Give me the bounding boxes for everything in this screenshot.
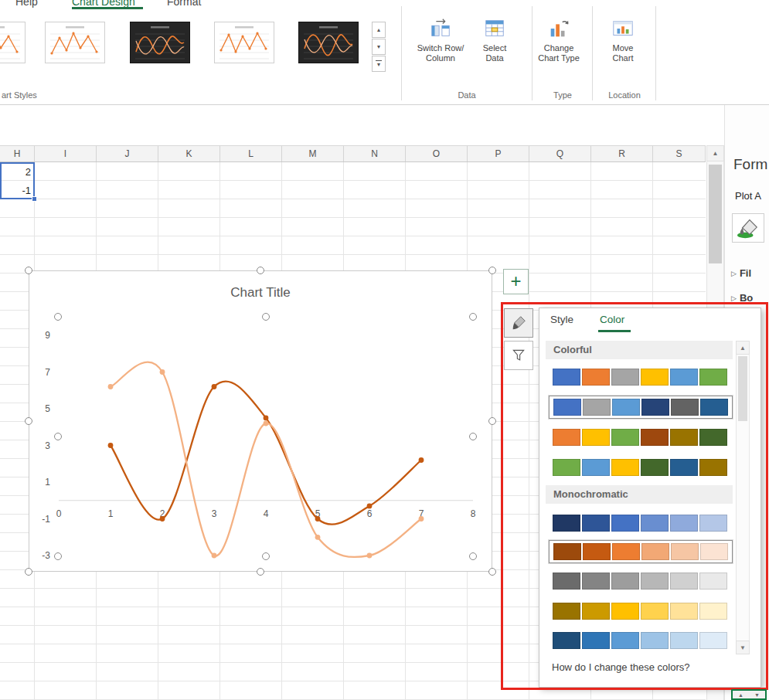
selection-handle[interactable] bbox=[469, 552, 477, 560]
color-swatch[interactable] bbox=[553, 573, 580, 590]
color-swatch[interactable] bbox=[670, 632, 698, 649]
palette-colorful-2[interactable] bbox=[549, 396, 733, 419]
color-swatch[interactable] bbox=[611, 369, 639, 386]
palette-colorful-1[interactable] bbox=[549, 365, 733, 389]
color-swatch[interactable] bbox=[582, 459, 610, 476]
chart-elements-button[interactable]: + bbox=[503, 269, 529, 294]
cell-h2-value[interactable]: -1 bbox=[0, 182, 31, 199]
color-swatch[interactable] bbox=[641, 429, 669, 446]
palette-mono-1[interactable] bbox=[549, 511, 733, 535]
color-swatch[interactable] bbox=[699, 459, 727, 476]
data-point[interactable] bbox=[264, 416, 269, 421]
gallery-scroll-up-button[interactable]: ▴ bbox=[372, 22, 386, 38]
color-swatch[interactable] bbox=[582, 429, 610, 446]
scrollbar-thumb[interactable] bbox=[709, 165, 722, 263]
data-point[interactable] bbox=[160, 516, 165, 522]
column-header-P[interactable]: P bbox=[468, 146, 529, 161]
selection-handle[interactable] bbox=[469, 433, 477, 440]
gallery-more-button[interactable]: ▾ bbox=[372, 56, 386, 72]
color-swatch[interactable] bbox=[611, 632, 639, 649]
selection-handle[interactable] bbox=[54, 313, 62, 321]
column-header-Q[interactable]: Q bbox=[529, 146, 591, 161]
color-swatch[interactable] bbox=[641, 459, 669, 476]
color-swatch[interactable] bbox=[582, 369, 610, 386]
data-point[interactable] bbox=[419, 457, 424, 463]
data-point[interactable] bbox=[367, 553, 373, 559]
color-swatch[interactable] bbox=[670, 459, 698, 476]
pane-scroll-mini-control[interactable]: ▲ ▼ bbox=[731, 689, 767, 700]
color-swatch[interactable] bbox=[699, 369, 727, 386]
tab-help[interactable]: Help bbox=[15, 0, 38, 8]
selection-handle[interactable] bbox=[257, 267, 264, 274]
column-header-I[interactable]: I bbox=[35, 146, 97, 161]
color-swatch[interactable] bbox=[670, 369, 698, 386]
cell-h1-value[interactable]: 2 bbox=[0, 164, 31, 181]
column-header-N[interactable]: N bbox=[344, 146, 406, 161]
selection-handle[interactable] bbox=[25, 267, 32, 274]
color-swatch[interactable] bbox=[611, 459, 639, 476]
color-swatch[interactable] bbox=[700, 543, 728, 560]
selection-handle[interactable] bbox=[54, 552, 62, 560]
palette-mono-2[interactable] bbox=[549, 540, 733, 563]
chart-filters-button[interactable] bbox=[504, 341, 533, 370]
palette-mono-3[interactable] bbox=[549, 569, 733, 593]
data-point[interactable] bbox=[367, 504, 373, 509]
color-swatch[interactable] bbox=[671, 399, 699, 416]
color-swatch[interactable] bbox=[582, 632, 610, 649]
column-header-O[interactable]: O bbox=[406, 146, 468, 161]
scrollbar-up-button[interactable]: ▲ bbox=[706, 145, 724, 161]
column-header-S[interactable]: S bbox=[653, 146, 706, 161]
switch-row-column-button[interactable]: Switch Row/ Column bbox=[413, 17, 468, 63]
color-swatch[interactable] bbox=[699, 573, 727, 590]
color-swatch[interactable] bbox=[612, 543, 640, 560]
tab-format[interactable]: Format bbox=[167, 0, 201, 8]
flyout-tab-style[interactable]: Style bbox=[550, 314, 573, 325]
column-header-K[interactable]: K bbox=[158, 146, 220, 161]
chart-style-thumbnail[interactable] bbox=[45, 22, 105, 63]
data-point[interactable] bbox=[160, 369, 165, 375]
palette-colorful-3[interactable] bbox=[549, 426, 733, 449]
chart-title[interactable]: Chart Title bbox=[230, 285, 290, 300]
data-point[interactable] bbox=[315, 535, 321, 540]
color-swatch[interactable] bbox=[670, 573, 698, 590]
data-point[interactable] bbox=[212, 384, 217, 389]
selection-handle[interactable] bbox=[262, 552, 270, 560]
color-swatch[interactable] bbox=[582, 603, 610, 620]
color-swatch[interactable] bbox=[641, 369, 669, 386]
chart-style-thumbnail[interactable] bbox=[298, 22, 359, 63]
color-swatch[interactable] bbox=[611, 429, 639, 446]
color-swatch[interactable] bbox=[582, 573, 610, 590]
selection-handle[interactable] bbox=[488, 417, 496, 425]
data-point[interactable] bbox=[212, 553, 217, 559]
selection-handle[interactable] bbox=[25, 417, 32, 425]
selection-handle[interactable] bbox=[488, 568, 496, 576]
color-swatch[interactable] bbox=[700, 399, 728, 416]
chart-element-selector[interactable]: Plot A bbox=[735, 190, 761, 202]
flyout-tab-color[interactable]: Color bbox=[600, 314, 624, 325]
color-swatch[interactable] bbox=[611, 573, 639, 590]
chart-styles-button[interactable] bbox=[504, 308, 533, 338]
color-swatch[interactable] bbox=[641, 603, 669, 620]
color-swatch[interactable] bbox=[582, 515, 610, 532]
column-header-L[interactable]: L bbox=[220, 146, 282, 161]
color-swatch[interactable] bbox=[699, 632, 727, 649]
selection-handle[interactable] bbox=[488, 267, 496, 274]
color-swatch[interactable] bbox=[553, 369, 580, 386]
move-chart-button[interactable]: Move Chart bbox=[597, 17, 649, 63]
color-swatch[interactable] bbox=[641, 543, 669, 560]
flyout-scroll-down-button[interactable]: ▼ bbox=[736, 641, 750, 654]
color-swatch[interactable] bbox=[670, 603, 698, 620]
color-swatch[interactable] bbox=[553, 429, 580, 446]
palette-colorful-4[interactable] bbox=[549, 456, 733, 479]
color-swatch[interactable] bbox=[553, 515, 580, 532]
border-section-toggle[interactable]: ▷ Bo bbox=[731, 292, 753, 304]
column-header-R[interactable]: R bbox=[591, 146, 653, 161]
selection-handle[interactable] bbox=[257, 568, 264, 576]
color-swatch[interactable] bbox=[641, 515, 669, 532]
flyout-scroll-up-button[interactable]: ▲ bbox=[736, 341, 750, 355]
chart-style-thumbnail[interactable] bbox=[130, 22, 190, 63]
data-point[interactable] bbox=[419, 516, 424, 522]
chart[interactable]: 97531-1-3012345678Chart Title bbox=[29, 270, 492, 572]
fill-and-line-button[interactable] bbox=[732, 213, 764, 243]
color-swatch[interactable] bbox=[699, 603, 727, 620]
